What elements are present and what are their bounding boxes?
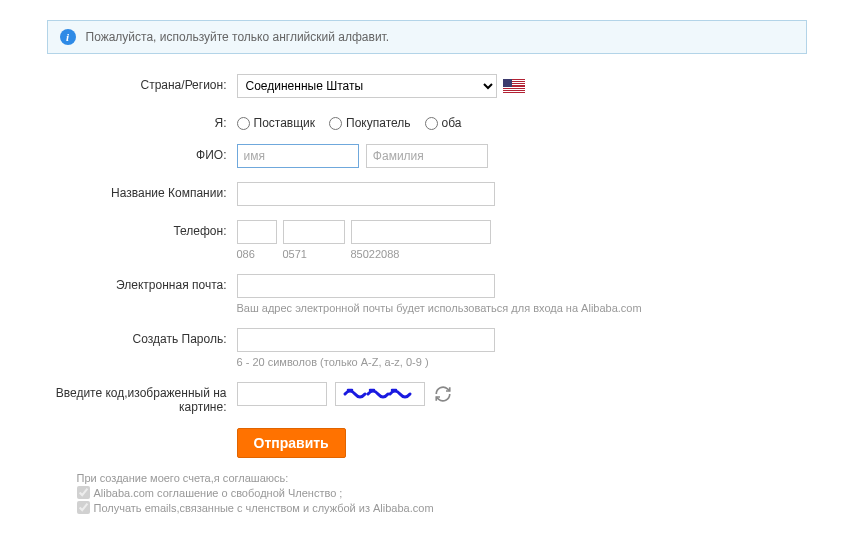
terms-text-2: Получать emails,связанные с членством и … [94, 502, 434, 514]
country-select[interactable]: Соединенные Штаты [237, 74, 497, 98]
radio-supplier[interactable] [237, 117, 250, 130]
radio-both-label[interactable]: оба [425, 116, 462, 130]
radio-both[interactable] [425, 117, 438, 130]
terms-text-1: Alibaba.com соглашение о свободной Членс… [94, 487, 343, 499]
terms-intro: При создание моего счета,я соглашаюсь: [77, 472, 807, 484]
phone-hint-1: 086 [237, 248, 277, 260]
password-input[interactable] [237, 328, 495, 352]
phone-area-code[interactable] [283, 220, 345, 244]
phone-hint-3: 85022088 [351, 248, 491, 260]
phone-number[interactable] [351, 220, 491, 244]
notice-banner: i Пожалуйста, используйте только английс… [47, 20, 807, 54]
info-icon: i [60, 29, 76, 45]
phone-hint-2: 0571 [283, 248, 345, 260]
terms-checkbox-1 [77, 486, 90, 499]
radio-buyer-label[interactable]: Покупатель [329, 116, 410, 130]
label-iam: Я: [47, 112, 237, 130]
label-phone: Телефон: [47, 220, 237, 238]
radio-buyer[interactable] [329, 117, 342, 130]
company-input[interactable] [237, 182, 495, 206]
submit-button[interactable]: Отправить [237, 428, 346, 458]
label-password: Создать Пароль: [47, 328, 237, 346]
label-captcha: Введите код,изображенный на картине: [47, 382, 237, 414]
label-country: Страна/Регион: [47, 74, 237, 92]
label-company: Название Компании: [47, 182, 237, 200]
label-fio: ФИО: [47, 144, 237, 162]
notice-text: Пожалуйста, используйте только английски… [86, 30, 390, 44]
captcha-image [335, 382, 425, 406]
lastname-input[interactable] [366, 144, 488, 168]
email-help: Ваш адрес электронной почты будет исполь… [237, 302, 807, 314]
email-input[interactable] [237, 274, 495, 298]
firstname-input[interactable] [237, 144, 359, 168]
label-email: Электронная почта: [47, 274, 237, 292]
captcha-input[interactable] [237, 382, 327, 406]
flag-icon-us [503, 79, 525, 93]
phone-country-code[interactable] [237, 220, 277, 244]
radio-supplier-label[interactable]: Поставщик [237, 116, 316, 130]
password-help: 6 - 20 символов (только A-Z, a-z, 0-9 ) [237, 356, 807, 368]
refresh-icon[interactable] [433, 384, 453, 404]
terms-checkbox-2 [77, 501, 90, 514]
